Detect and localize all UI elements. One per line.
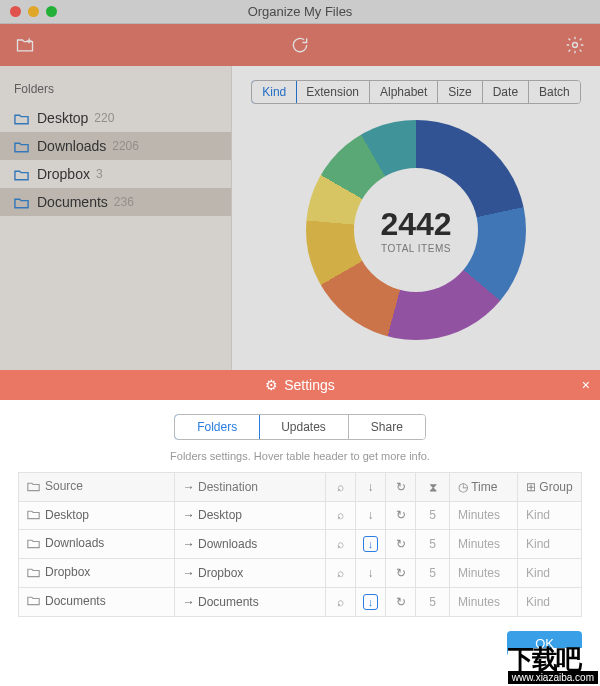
watermark: 下载吧 www.xiazaiba.com xyxy=(508,648,598,684)
tab-size[interactable]: Size xyxy=(438,81,482,103)
cell-destination[interactable]: → Dropbox xyxy=(174,559,325,588)
col-group[interactable]: ⊞ Group xyxy=(518,473,582,502)
sidebar-item-count: 236 xyxy=(114,195,134,209)
table-row: Downloads → Downloads ⌕ ↓ ↻ 5 Minutes Ki… xyxy=(19,530,582,559)
cell-group[interactable]: Kind xyxy=(518,559,582,588)
folder-icon xyxy=(14,196,29,208)
sidebar-item-label: Downloads xyxy=(37,138,106,154)
sidebar-item-count: 2206 xyxy=(112,139,139,153)
cell-source[interactable]: Documents xyxy=(19,587,175,616)
col-down-icon[interactable]: ↓ xyxy=(356,473,386,502)
folder-icon xyxy=(14,140,29,152)
toolbar xyxy=(0,24,600,66)
window-title: Organize My Files xyxy=(0,4,600,19)
settings-tab-updates[interactable]: Updates xyxy=(259,415,349,439)
cell-unit[interactable]: Minutes xyxy=(450,501,518,530)
sidebar-item-desktop[interactable]: Desktop 220 xyxy=(0,104,231,132)
cell-group[interactable]: Kind xyxy=(518,501,582,530)
settings-hint: Folders settings. Hover table header to … xyxy=(0,450,600,472)
cell-refresh[interactable]: ↻ xyxy=(386,530,416,559)
add-folder-button[interactable] xyxy=(14,34,36,56)
chart-total-value: 2442 xyxy=(380,206,451,243)
cell-search[interactable]: ⌕ xyxy=(326,530,356,559)
sidebar-item-label: Dropbox xyxy=(37,166,90,182)
cell-auto[interactable]: ↓ xyxy=(356,530,386,559)
table-row: Documents → Documents ⌕ ↓ ↻ 5 Minutes Ki… xyxy=(19,587,582,616)
cell-auto[interactable]: ↓ xyxy=(356,587,386,616)
gear-icon: ⚙ xyxy=(265,377,278,393)
donut-chart: 2442 TOTAL ITEMS xyxy=(306,120,526,340)
cell-unit[interactable]: Minutes xyxy=(450,559,518,588)
folders-table: Source → Destination ⌕ ↓ ↻ ⧗ ◷ Time ⊞ Gr… xyxy=(18,472,582,617)
table-row: Desktop → Desktop ⌕ ↓ ↻ 5 Minutes Kind xyxy=(19,501,582,530)
col-hourglass-icon[interactable]: ⧗ xyxy=(416,473,450,502)
content: Kind Extension Alphabet Size Date Batch … xyxy=(232,66,600,370)
view-tabs: Kind Extension Alphabet Size Date Batch xyxy=(251,80,581,104)
cell-source[interactable]: Dropbox xyxy=(19,559,175,588)
settings-tabs: Folders Updates Share xyxy=(0,400,600,450)
sidebar: Folders Desktop 220 Downloads 2206 Dropb… xyxy=(0,66,232,370)
refresh-button[interactable] xyxy=(289,34,311,56)
cell-auto[interactable]: ↓ xyxy=(356,501,386,530)
cell-interval[interactable]: 5 xyxy=(416,587,450,616)
titlebar: Organize My Files xyxy=(0,0,600,24)
folder-icon xyxy=(14,112,29,124)
cell-refresh[interactable]: ↻ xyxy=(386,559,416,588)
close-icon[interactable]: × xyxy=(582,377,590,393)
watermark-text: 下载吧 xyxy=(508,648,598,671)
sidebar-item-dropbox[interactable]: Dropbox 3 xyxy=(0,160,231,188)
cell-destination[interactable]: → Desktop xyxy=(174,501,325,530)
settings-title: Settings xyxy=(284,377,335,393)
col-source[interactable]: Source xyxy=(19,473,175,502)
cell-search[interactable]: ⌕ xyxy=(326,501,356,530)
tab-date[interactable]: Date xyxy=(483,81,529,103)
col-search-icon[interactable]: ⌕ xyxy=(326,473,356,502)
tab-batch[interactable]: Batch xyxy=(529,81,580,103)
cell-destination[interactable]: → Downloads xyxy=(174,530,325,559)
tab-kind[interactable]: Kind xyxy=(251,80,297,104)
sidebar-heading: Folders xyxy=(0,80,231,104)
cell-interval[interactable]: 5 xyxy=(416,559,450,588)
settings-modal: ⚙ Settings × Folders Updates Share Folde… xyxy=(0,370,600,686)
cell-interval[interactable]: 5 xyxy=(416,501,450,530)
settings-header: ⚙ Settings × xyxy=(0,370,600,400)
cell-source[interactable]: Downloads xyxy=(19,530,175,559)
col-time[interactable]: ◷ Time xyxy=(450,473,518,502)
main-area: Folders Desktop 220 Downloads 2206 Dropb… xyxy=(0,66,600,370)
sidebar-item-count: 220 xyxy=(94,111,114,125)
table-header-row: Source → Destination ⌕ ↓ ↻ ⧗ ◷ Time ⊞ Gr… xyxy=(19,473,582,502)
cell-unit[interactable]: Minutes xyxy=(450,530,518,559)
settings-tab-folders[interactable]: Folders xyxy=(174,414,260,440)
table-row: Dropbox → Dropbox ⌕ ↓ ↻ 5 Minutes Kind xyxy=(19,559,582,588)
cell-refresh[interactable]: ↻ xyxy=(386,587,416,616)
tab-extension[interactable]: Extension xyxy=(296,81,370,103)
cell-destination[interactable]: → Documents xyxy=(174,587,325,616)
settings-tab-share[interactable]: Share xyxy=(349,415,425,439)
settings-button[interactable] xyxy=(564,34,586,56)
sidebar-item-documents[interactable]: Documents 236 xyxy=(0,188,231,216)
chart-total-label: TOTAL ITEMS xyxy=(381,243,451,254)
cell-unit[interactable]: Minutes xyxy=(450,587,518,616)
svg-point-0 xyxy=(573,43,578,48)
watermark-url: www.xiazaiba.com xyxy=(508,671,598,684)
sidebar-item-count: 3 xyxy=(96,167,103,181)
cell-group[interactable]: Kind xyxy=(518,530,582,559)
cell-auto[interactable]: ↓ xyxy=(356,559,386,588)
cell-search[interactable]: ⌕ xyxy=(326,587,356,616)
tab-alphabet[interactable]: Alphabet xyxy=(370,81,438,103)
sidebar-item-label: Desktop xyxy=(37,110,88,126)
sidebar-item-label: Documents xyxy=(37,194,108,210)
cell-group[interactable]: Kind xyxy=(518,587,582,616)
sidebar-item-downloads[interactable]: Downloads 2206 xyxy=(0,132,231,160)
cell-refresh[interactable]: ↻ xyxy=(386,501,416,530)
col-refresh-icon[interactable]: ↻ xyxy=(386,473,416,502)
cell-source[interactable]: Desktop xyxy=(19,501,175,530)
cell-search[interactable]: ⌕ xyxy=(326,559,356,588)
col-destination[interactable]: → Destination xyxy=(174,473,325,502)
cell-interval[interactable]: 5 xyxy=(416,530,450,559)
folder-icon xyxy=(14,168,29,180)
